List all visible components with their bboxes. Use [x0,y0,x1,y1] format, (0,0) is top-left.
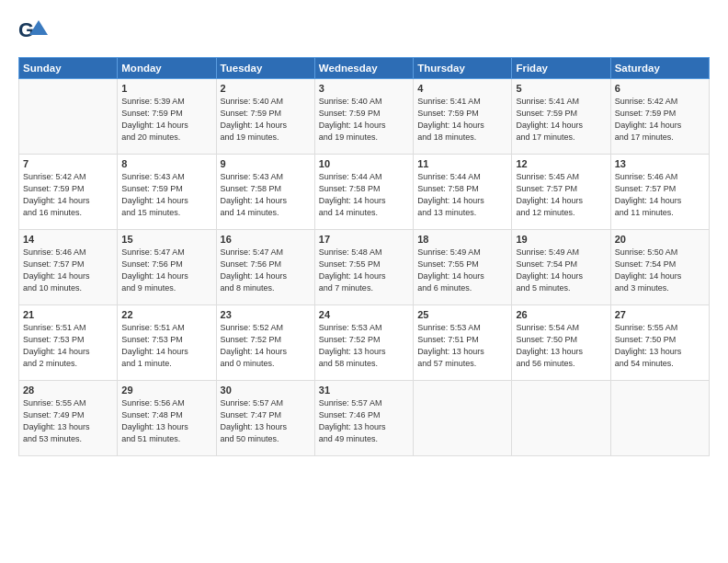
cell-daylight-info: Sunrise: 5:53 AMSunset: 7:51 PMDaylight:… [417,322,507,370]
calendar-cell: 27Sunrise: 5:55 AMSunset: 7:50 PMDayligh… [610,305,709,381]
day-number: 24 [319,309,409,320]
calendar-cell: 17Sunrise: 5:48 AMSunset: 7:55 PMDayligh… [314,230,413,305]
calendar-cell: 14Sunrise: 5:46 AMSunset: 7:57 PMDayligh… [19,230,118,305]
weekday-header-thursday: Thursday [414,58,512,79]
week-row-1: 1Sunrise: 5:39 AMSunset: 7:59 PMDaylight… [19,79,710,155]
calendar-cell: 4Sunrise: 5:41 AMSunset: 7:59 PMDaylight… [414,79,512,155]
day-number: 20 [615,234,705,245]
day-number: 31 [319,385,409,396]
calendar-cell: 31Sunrise: 5:57 AMSunset: 7:46 PMDayligh… [314,381,413,456]
day-number: 1 [121,83,211,94]
calendar-table: SundayMondayTuesdayWednesdayThursdayFrid… [18,57,710,456]
day-number: 27 [615,309,705,320]
cell-daylight-info: Sunrise: 5:42 AMSunset: 7:59 PMDaylight:… [23,171,113,219]
calendar-cell: 29Sunrise: 5:56 AMSunset: 7:48 PMDayligh… [118,381,216,456]
day-number: 26 [516,309,606,320]
calendar-cell: 5Sunrise: 5:41 AMSunset: 7:59 PMDaylight… [512,79,610,155]
day-number: 18 [417,234,507,245]
cell-daylight-info: Sunrise: 5:40 AMSunset: 7:59 PMDaylight:… [221,96,311,144]
calendar-cell: 18Sunrise: 5:49 AMSunset: 7:55 PMDayligh… [414,230,512,305]
calendar-cell: 2Sunrise: 5:40 AMSunset: 7:59 PMDaylight… [216,79,314,155]
day-number: 15 [121,234,211,245]
week-row-4: 21Sunrise: 5:51 AMSunset: 7:53 PMDayligh… [19,305,710,381]
calendar-cell [19,79,118,155]
calendar-cell: 7Sunrise: 5:42 AMSunset: 7:59 PMDaylight… [19,155,118,230]
cell-daylight-info: Sunrise: 5:44 AMSunset: 7:58 PMDaylight:… [319,171,409,219]
day-number: 2 [221,83,311,94]
week-row-2: 7Sunrise: 5:42 AMSunset: 7:59 PMDaylight… [19,155,710,230]
calendar-cell: 9Sunrise: 5:43 AMSunset: 7:58 PMDaylight… [216,155,314,230]
cell-daylight-info: Sunrise: 5:39 AMSunset: 7:59 PMDaylight:… [121,96,211,144]
day-number: 6 [615,83,705,94]
cell-daylight-info: Sunrise: 5:46 AMSunset: 7:57 PMDaylight:… [615,171,705,219]
weekday-header-friday: Friday [512,58,610,79]
calendar-cell: 6Sunrise: 5:42 AMSunset: 7:59 PMDaylight… [610,79,709,155]
calendar-cell: 28Sunrise: 5:55 AMSunset: 7:49 PMDayligh… [19,381,118,456]
calendar-cell: 13Sunrise: 5:46 AMSunset: 7:57 PMDayligh… [610,155,709,230]
cell-daylight-info: Sunrise: 5:41 AMSunset: 7:59 PMDaylight:… [516,96,606,144]
calendar-cell: 30Sunrise: 5:57 AMSunset: 7:47 PMDayligh… [216,381,314,456]
cell-daylight-info: Sunrise: 5:45 AMSunset: 7:57 PMDaylight:… [516,171,606,219]
svg-text:G: G [18,18,34,41]
cell-daylight-info: Sunrise: 5:55 AMSunset: 7:49 PMDaylight:… [23,397,113,445]
calendar-page: G SundayMondayTuesdayWednesdayThursdayFr… [0,0,728,563]
weekday-header-row: SundayMondayTuesdayWednesdayThursdayFrid… [19,58,710,79]
cell-daylight-info: Sunrise: 5:43 AMSunset: 7:59 PMDaylight:… [121,171,211,219]
header: G [18,17,710,50]
cell-daylight-info: Sunrise: 5:56 AMSunset: 7:48 PMDaylight:… [121,397,211,445]
calendar-cell: 26Sunrise: 5:54 AMSunset: 7:50 PMDayligh… [512,305,610,381]
calendar-cell: 25Sunrise: 5:53 AMSunset: 7:51 PMDayligh… [414,305,512,381]
day-number: 4 [417,83,507,94]
week-row-5: 28Sunrise: 5:55 AMSunset: 7:49 PMDayligh… [19,381,710,456]
day-number: 9 [221,158,311,169]
calendar-cell: 24Sunrise: 5:53 AMSunset: 7:52 PMDayligh… [314,305,413,381]
cell-daylight-info: Sunrise: 5:51 AMSunset: 7:53 PMDaylight:… [121,322,211,370]
day-number: 10 [319,158,409,169]
day-number: 30 [221,385,311,396]
cell-daylight-info: Sunrise: 5:48 AMSunset: 7:55 PMDaylight:… [319,247,409,294]
calendar-cell: 11Sunrise: 5:44 AMSunset: 7:58 PMDayligh… [414,155,512,230]
cell-daylight-info: Sunrise: 5:41 AMSunset: 7:59 PMDaylight:… [417,96,507,144]
cell-daylight-info: Sunrise: 5:40 AMSunset: 7:59 PMDaylight:… [319,96,409,144]
calendar-cell: 23Sunrise: 5:52 AMSunset: 7:52 PMDayligh… [216,305,314,381]
calendar-cell: 3Sunrise: 5:40 AMSunset: 7:59 PMDaylight… [314,79,413,155]
calendar-cell: 10Sunrise: 5:44 AMSunset: 7:58 PMDayligh… [314,155,413,230]
calendar-cell: 21Sunrise: 5:51 AMSunset: 7:53 PMDayligh… [19,305,118,381]
week-row-3: 14Sunrise: 5:46 AMSunset: 7:57 PMDayligh… [19,230,710,305]
calendar-cell: 8Sunrise: 5:43 AMSunset: 7:59 PMDaylight… [118,155,216,230]
calendar-cell: 22Sunrise: 5:51 AMSunset: 7:53 PMDayligh… [118,305,216,381]
day-number: 5 [516,83,606,94]
cell-daylight-info: Sunrise: 5:50 AMSunset: 7:54 PMDaylight:… [615,247,705,294]
day-number: 25 [417,309,507,320]
calendar-cell: 16Sunrise: 5:47 AMSunset: 7:56 PMDayligh… [216,230,314,305]
day-number: 23 [221,309,311,320]
day-number: 8 [121,158,211,169]
calendar-cell: 1Sunrise: 5:39 AMSunset: 7:59 PMDaylight… [118,79,216,155]
calendar-cell: 19Sunrise: 5:49 AMSunset: 7:54 PMDayligh… [512,230,610,305]
day-number: 13 [615,158,705,169]
cell-daylight-info: Sunrise: 5:55 AMSunset: 7:50 PMDaylight:… [615,322,705,370]
day-number: 16 [221,234,311,245]
day-number: 12 [516,158,606,169]
day-number: 7 [23,158,113,169]
calendar-cell [610,381,709,456]
cell-daylight-info: Sunrise: 5:44 AMSunset: 7:58 PMDaylight:… [417,171,507,219]
logo-icon: G [18,17,48,46]
cell-daylight-info: Sunrise: 5:47 AMSunset: 7:56 PMDaylight:… [221,247,311,294]
calendar-cell [512,381,610,456]
cell-daylight-info: Sunrise: 5:54 AMSunset: 7:50 PMDaylight:… [516,322,606,370]
weekday-header-wednesday: Wednesday [314,58,413,79]
day-number: 22 [121,309,211,320]
calendar-cell [414,381,512,456]
cell-daylight-info: Sunrise: 5:46 AMSunset: 7:57 PMDaylight:… [23,247,113,294]
weekday-header-sunday: Sunday [19,58,118,79]
cell-daylight-info: Sunrise: 5:43 AMSunset: 7:58 PMDaylight:… [221,171,311,219]
logo: G [18,17,50,50]
day-number: 29 [121,385,211,396]
day-number: 14 [23,234,113,245]
cell-daylight-info: Sunrise: 5:49 AMSunset: 7:55 PMDaylight:… [417,247,507,294]
cell-daylight-info: Sunrise: 5:49 AMSunset: 7:54 PMDaylight:… [516,247,606,294]
day-number: 3 [319,83,409,94]
cell-daylight-info: Sunrise: 5:57 AMSunset: 7:47 PMDaylight:… [221,397,311,445]
day-number: 19 [516,234,606,245]
